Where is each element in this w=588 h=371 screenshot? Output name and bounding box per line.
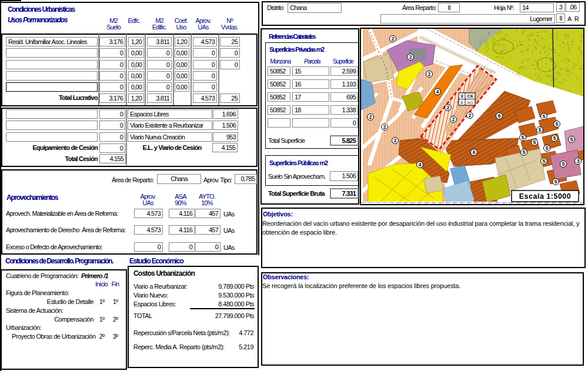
- svg-text:3: 3: [577, 158, 580, 164]
- svg-text:C6: C6: [467, 93, 473, 99]
- svg-text:3: 3: [460, 93, 463, 99]
- svg-text:6: 6: [498, 113, 501, 119]
- svg-text:5: 5: [562, 161, 565, 167]
- svg-text:5: 5: [523, 149, 526, 155]
- svg-text:2: 2: [369, 114, 372, 120]
- svg-text:2: 2: [469, 112, 472, 118]
- svg-text:AG: AG: [467, 101, 473, 105]
- svg-text:2: 2: [409, 54, 412, 60]
- svg-text:5: 5: [543, 158, 546, 164]
- svg-text:2: 2: [428, 71, 431, 77]
- svg-text:5: 5: [554, 179, 557, 185]
- svg-text:5: 5: [556, 121, 559, 127]
- svg-text:2: 2: [383, 124, 386, 130]
- svg-text:2: 2: [394, 138, 397, 143]
- svg-text:4: 4: [436, 89, 439, 95]
- svg-text:5: 5: [522, 135, 524, 141]
- svg-text:5: 5: [553, 135, 556, 141]
- svg-text:Escala 1:5000: Escala 1:5000: [519, 192, 572, 200]
- svg-text:II: II: [461, 101, 463, 105]
- svg-text:2: 2: [447, 105, 450, 111]
- svg-text:5: 5: [570, 136, 573, 142]
- svg-text:5: 5: [539, 127, 542, 133]
- svg-text:4: 4: [419, 162, 422, 168]
- svg-text:6: 6: [473, 149, 476, 155]
- svg-text:5: 5: [533, 139, 536, 145]
- svg-text:5: 5: [543, 113, 546, 119]
- svg-text:5: 5: [546, 145, 549, 151]
- svg-text:2: 2: [392, 36, 395, 42]
- svg-text:2: 2: [452, 116, 455, 122]
